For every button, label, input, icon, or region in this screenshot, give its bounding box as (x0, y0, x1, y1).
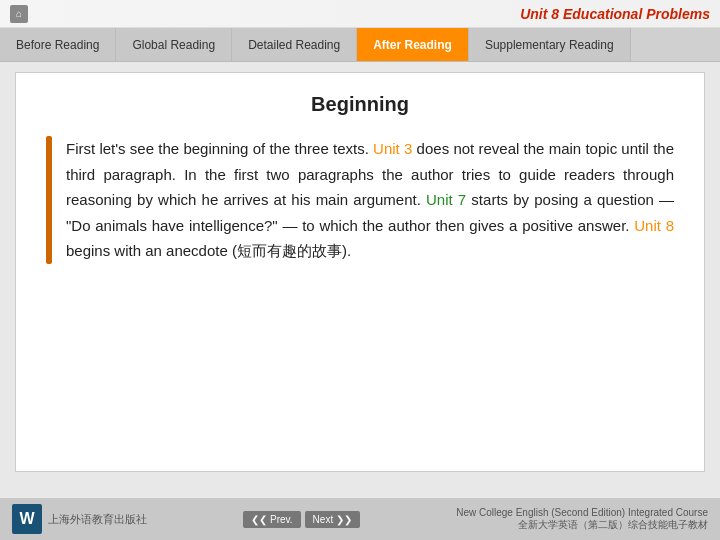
prev-label: Prev. (270, 514, 293, 525)
text-part3: begins with an anecdote (短而有趣的故事). (66, 242, 351, 259)
tab-after-reading[interactable]: After Reading (357, 28, 469, 61)
header-title: Unit 8 Educational Problems (520, 6, 710, 22)
main-paragraph: First let's see the beginning of the thr… (66, 136, 674, 264)
publisher-logo: W 上海外语教育出版社 (12, 504, 147, 534)
course-title-cn: 全新大学英语（第二版）综合技能电子教材 (456, 518, 708, 532)
unit3-highlight: Unit 3 (373, 140, 412, 157)
header-bar: ⌂ Unit 8 Educational Problems (0, 0, 720, 28)
bottom-bar: W 上海外语教育出版社 ❮❮ Prev. Next ❯❯ New College… (0, 498, 720, 540)
section-title: Beginning (46, 93, 674, 116)
prev-button[interactable]: ❮❮ Prev. (243, 511, 301, 528)
tab-navigation: Before Reading Global Reading Detailed R… (0, 28, 720, 62)
tab-detailed-reading[interactable]: Detailed Reading (232, 28, 357, 61)
course-info: New College English (Second Edition) Int… (456, 507, 708, 532)
main-content: Beginning First let's see the beginning … (15, 72, 705, 472)
navigation-buttons: ❮❮ Prev. Next ❯❯ (243, 511, 360, 528)
content-body: First let's see the beginning of the thr… (46, 136, 674, 264)
prev-arrow-icon: ❮❮ (251, 514, 267, 525)
next-label: Next (313, 514, 334, 525)
next-button[interactable]: Next ❯❯ (305, 511, 361, 528)
text-intro: First let's see the beginning of the thr… (66, 140, 373, 157)
tab-global-reading[interactable]: Global Reading (116, 28, 232, 61)
home-icon[interactable]: ⌂ (10, 5, 28, 23)
course-title-en: New College English (Second Edition) Int… (456, 507, 708, 518)
logo-letter: W (12, 504, 42, 534)
next-arrow-icon: ❯❯ (336, 514, 352, 525)
unit7-highlight: Unit 7 (426, 191, 466, 208)
left-accent-bar (46, 136, 52, 264)
tab-before-reading[interactable]: Before Reading (0, 28, 116, 61)
tab-supplementary-reading[interactable]: Supplementary Reading (469, 28, 631, 61)
logo-text: 上海外语教育出版社 (48, 512, 147, 527)
unit8-highlight: Unit 8 (634, 217, 674, 234)
